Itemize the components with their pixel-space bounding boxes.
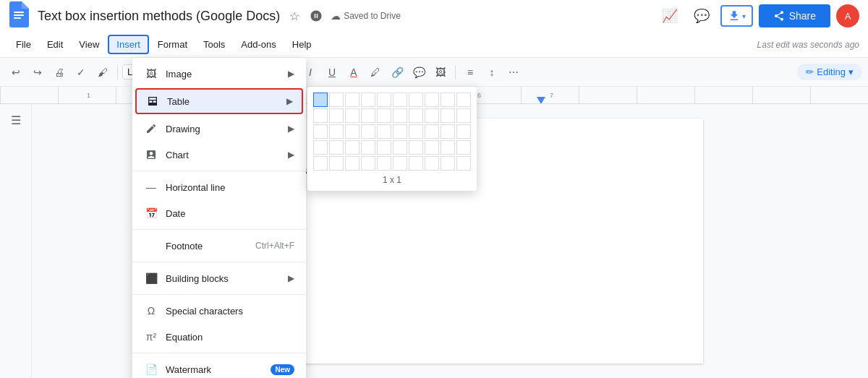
menu-item-hr[interactable]: — Horizontal line	[132, 174, 306, 200]
menu-divider-2	[132, 229, 306, 230]
google-docs-icon[interactable]	[9, 1, 32, 30]
menu-item-footnote[interactable]: Footnote Ctrl+Alt+F	[132, 233, 306, 259]
align-button[interactable]: ≡	[460, 62, 480, 82]
grid-cell[interactable]	[345, 108, 359, 123]
grid-cell[interactable]	[313, 108, 328, 123]
menu-addons[interactable]: Add-ons	[234, 36, 283, 53]
toolbar-right: ✏ Editing ▾	[797, 64, 862, 80]
text-color-button[interactable]: A	[344, 62, 364, 82]
image-button[interactable]: 🖼	[430, 62, 451, 82]
grid-cell[interactable]	[361, 93, 375, 107]
grid-cell[interactable]	[361, 108, 375, 123]
menu-file[interactable]: File	[9, 36, 38, 53]
grid-cell[interactable]	[393, 140, 407, 155]
comments-button[interactable]: 💬	[689, 3, 715, 29]
grid-cell[interactable]	[409, 140, 423, 155]
grid-cell[interactable]	[377, 108, 391, 123]
menu-insert[interactable]: Insert	[108, 35, 149, 54]
doc-title-row: Text box insertion methods (Google Docs)…	[38, 7, 651, 25]
analytics-button[interactable]: 📈	[657, 3, 683, 29]
menu-item-drawing[interactable]: Drawing ▶	[132, 116, 306, 142]
grid-cell[interactable]	[329, 156, 344, 171]
grid-cell[interactable]	[377, 93, 391, 107]
menu-help[interactable]: Help	[285, 36, 319, 53]
menu-item-date[interactable]: 📅 Date	[132, 200, 306, 226]
grid-cell[interactable]	[425, 140, 439, 155]
comment-button[interactable]: 💬	[409, 62, 429, 82]
grid-cell[interactable]	[425, 93, 439, 107]
grid-cell[interactable]	[456, 140, 471, 155]
grid-cell[interactable]	[441, 140, 455, 155]
menu-item-table[interactable]: Table ▶	[135, 88, 303, 114]
doc-title[interactable]: Text box insertion methods (Google Docs)	[38, 9, 280, 24]
grid-cell[interactable]	[345, 156, 359, 171]
grid-cell[interactable]	[441, 156, 455, 171]
grid-cell[interactable]	[313, 156, 328, 171]
grid-cell[interactable]	[456, 124, 471, 139]
menu-item-special-chars[interactable]: Ω Special characters	[132, 298, 306, 324]
highlight-button[interactable]: 🖊	[365, 62, 386, 82]
table-arrow-icon: ▶	[286, 96, 293, 106]
menu-item-watermark[interactable]: 📄 Watermark New	[132, 356, 306, 378]
grid-cell[interactable]	[393, 156, 407, 171]
grid-cell[interactable]	[393, 93, 407, 107]
grid-cell[interactable]	[329, 108, 344, 123]
grid-cell[interactable]	[425, 108, 439, 123]
menu-format[interactable]: Format	[150, 36, 195, 53]
menu-view[interactable]: View	[72, 36, 106, 53]
user-avatar[interactable]: A	[836, 4, 859, 27]
grid-cell[interactable]	[441, 124, 455, 139]
grid-cell[interactable]	[393, 108, 407, 123]
spellcheck-button[interactable]: ✓	[71, 62, 91, 82]
menu-tools[interactable]: Tools	[196, 36, 232, 53]
editing-mode-button[interactable]: ✏ Editing ▾	[797, 64, 862, 80]
grid-cell[interactable]	[345, 124, 359, 139]
grid-cell[interactable]	[313, 140, 328, 155]
grid-cell[interactable]	[345, 93, 359, 107]
more-options-button[interactable]: ⋯	[503, 62, 524, 82]
menu-item-image[interactable]: 🖼 Image ▶	[132, 61, 306, 87]
grid-cell[interactable]	[425, 156, 439, 171]
menu-item-chart[interactable]: Chart ▶	[132, 142, 306, 168]
menu-item-building-blocks[interactable]: ⬛ Building blocks ▶	[132, 265, 306, 291]
grid-cell[interactable]	[345, 140, 359, 155]
grid-cell[interactable]	[329, 140, 344, 155]
svg-rect-0	[14, 12, 24, 13]
grid-cell[interactable]	[377, 140, 391, 155]
grid-cell[interactable]	[441, 108, 455, 123]
link-button[interactable]: 🔗	[387, 62, 407, 82]
grid-cell[interactable]	[377, 156, 391, 171]
grid-cell[interactable]	[361, 156, 375, 171]
grid-cell[interactable]	[409, 108, 423, 123]
print-button[interactable]: 🖨	[49, 62, 69, 82]
grid-cell[interactable]	[456, 156, 471, 171]
menu-edit[interactable]: Edit	[40, 36, 70, 53]
grid-cell[interactable]	[329, 124, 344, 139]
grid-cell[interactable]	[441, 93, 455, 107]
move-to-drive-button[interactable]: ▾	[720, 5, 753, 27]
undo-button[interactable]: ↩	[6, 62, 26, 82]
grid-cell[interactable]	[409, 93, 423, 107]
grid-cell[interactable]	[361, 124, 375, 139]
bookmark-icon[interactable]	[307, 7, 325, 25]
grid-cell[interactable]	[456, 108, 471, 123]
menu-item-equation[interactable]: π² Equation	[132, 324, 306, 350]
grid-cell[interactable]	[377, 124, 391, 139]
grid-cell[interactable]	[329, 93, 344, 107]
underline-button[interactable]: U	[322, 62, 342, 82]
grid-cell[interactable]	[393, 124, 407, 139]
blocks-arrow-icon: ▶	[288, 273, 294, 283]
redo-button[interactable]: ↪	[27, 62, 48, 82]
share-button[interactable]: Share	[759, 4, 830, 27]
grid-cell[interactable]	[361, 140, 375, 155]
grid-cell[interactable]	[313, 93, 328, 107]
grid-cell[interactable]	[456, 93, 471, 107]
line-spacing-button[interactable]: ↕	[482, 62, 502, 82]
star-icon[interactable]: ☆	[286, 7, 303, 25]
grid-cell[interactable]	[313, 124, 328, 139]
grid-cell[interactable]	[409, 124, 423, 139]
grid-cell[interactable]	[409, 156, 423, 171]
paint-format-button[interactable]: 🖌	[93, 62, 113, 82]
sidebar-outline-icon[interactable]: ☰	[6, 110, 26, 130]
grid-cell[interactable]	[425, 124, 439, 139]
